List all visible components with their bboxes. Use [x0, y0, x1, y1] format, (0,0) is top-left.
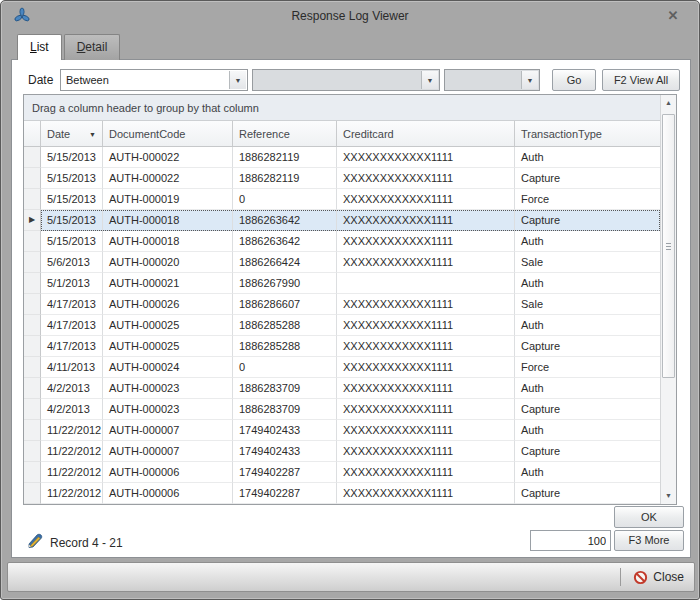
cell: AUTH-000023 [103, 378, 233, 399]
column-header-label: DocumentCode [109, 128, 185, 140]
response-log-grid: Drag a column header to group by that co… [23, 94, 677, 505]
table-row[interactable]: 5/15/2013AUTH-0000221886282119XXXXXXXXXX… [24, 168, 660, 189]
chevron-down-icon[interactable]: ▼ [521, 71, 538, 89]
table-row[interactable]: 5/15/2013AUTH-0000221886282119XXXXXXXXXX… [24, 147, 660, 168]
row-indicator-current: ▶ [24, 210, 41, 231]
table-row[interactable]: 4/11/2013AUTH-0000240XXXXXXXXXXXX1111For… [24, 357, 660, 378]
table-row[interactable]: 4/17/2013AUTH-0000251886285288XXXXXXXXXX… [24, 336, 660, 357]
cell: 11/22/2012 [41, 483, 103, 504]
column-header-transactiontype[interactable]: TransactionType [515, 121, 660, 146]
close-icon[interactable]: ✕ [663, 7, 683, 25]
group-by-panel[interactable]: Drag a column header to group by that co… [24, 95, 660, 121]
view-all-button[interactable]: F2 View All [602, 69, 680, 91]
scroll-up-icon[interactable]: ▲ [661, 95, 676, 111]
table-row[interactable]: 5/15/2013AUTH-0000190XXXXXXXXXXXX1111For… [24, 189, 660, 210]
cell: AUTH-000006 [103, 483, 233, 504]
table-row[interactable]: 4/2/2013AUTH-0000231886283709XXXXXXXXXXX… [24, 399, 660, 420]
date-from-value [253, 70, 439, 74]
close-button[interactable]: Close [633, 570, 684, 585]
cell: AUTH-000026 [103, 294, 233, 315]
cell: 5/15/2013 [41, 231, 103, 252]
table-row[interactable]: 4/17/2013AUTH-0000251886285288XXXXXXXXXX… [24, 315, 660, 336]
cell: AUTH-000018 [103, 210, 233, 231]
table-row[interactable]: 5/15/2013AUTH-0000181886263642XXXXXXXXXX… [24, 231, 660, 252]
date-from-dropdown[interactable]: ▼ [252, 69, 440, 91]
close-button-label: Close [653, 570, 684, 584]
cell: Auth [515, 378, 660, 399]
scroll-down-icon[interactable]: ▼ [661, 488, 676, 504]
column-header-creditcard[interactable]: Creditcard [337, 121, 515, 146]
row-indicator [24, 441, 41, 462]
cell: XXXXXXXXXXXX1111 [337, 420, 515, 441]
cell: AUTH-000007 [103, 441, 233, 462]
vertical-scrollbar[interactable]: ▲ ▼ [660, 95, 676, 504]
row-indicator [24, 420, 41, 441]
cell: 5/15/2013 [41, 189, 103, 210]
cell: 4/17/2013 [41, 294, 103, 315]
cell: XXXXXXXXXXXX1111 [337, 462, 515, 483]
row-indicator [24, 231, 41, 252]
cell: 1886285288 [233, 315, 337, 336]
cell: AUTH-000025 [103, 315, 233, 336]
row-indicator [24, 189, 41, 210]
statusbar-separator [620, 568, 621, 586]
row-indicator [24, 315, 41, 336]
ok-button[interactable]: OK [614, 506, 684, 528]
table-row[interactable]: 5/1/2013AUTH-0000211886267990Auth [24, 273, 660, 294]
cell: 1886282119 [233, 168, 337, 189]
table-row[interactable]: ▶5/15/2013AUTH-0000181886263642XXXXXXXXX… [24, 210, 660, 231]
cell: 4/2/2013 [41, 378, 103, 399]
tab-detail[interactable]: Detail [64, 34, 121, 60]
row-indicator [24, 462, 41, 483]
cell: AUTH-000025 [103, 336, 233, 357]
table-row[interactable]: 11/22/2012AUTH-0000061749402287XXXXXXXXX… [24, 462, 660, 483]
scrollbar-thumb[interactable] [662, 114, 675, 378]
more-button[interactable]: F3 More [614, 530, 684, 551]
cell: Capture [515, 441, 660, 462]
column-header-date[interactable]: Date▼ [41, 121, 103, 146]
table-row[interactable]: 11/22/2012AUTH-0000061749402287XXXXXXXXX… [24, 483, 660, 504]
cell: Capture [515, 399, 660, 420]
cell: AUTH-000024 [103, 357, 233, 378]
app-logo-icon [13, 7, 31, 25]
column-header-reference[interactable]: Reference [233, 121, 337, 146]
column-header-documentcode[interactable]: DocumentCode [103, 121, 233, 146]
cell: 1886267990 [233, 273, 337, 294]
tab-list[interactable]: List [17, 34, 62, 60]
cell: XXXXXXXXXXXX1111 [337, 210, 515, 231]
column-header-label: TransactionType [521, 128, 602, 140]
cell: AUTH-000023 [103, 399, 233, 420]
cell: XXXXXXXXXXXX1111 [337, 378, 515, 399]
grid-header-spacer [24, 121, 41, 146]
cell: XXXXXXXXXXXX1111 [337, 336, 515, 357]
cell: Auth [515, 273, 660, 294]
chevron-down-icon[interactable]: ▼ [421, 71, 438, 89]
table-row[interactable]: 11/22/2012AUTH-0000071749402433XXXXXXXXX… [24, 441, 660, 462]
cell: Sale [515, 294, 660, 315]
cell: 0 [233, 189, 337, 210]
cell [337, 273, 515, 294]
row-indicator [24, 483, 41, 504]
table-row[interactable]: 4/17/2013AUTH-0000261886286607XXXXXXXXXX… [24, 294, 660, 315]
go-button[interactable]: Go [552, 69, 596, 91]
cell: XXXXXXXXXXXX1111 [337, 168, 515, 189]
cell: 5/15/2013 [41, 210, 103, 231]
cell: 1749402287 [233, 462, 337, 483]
row-indicator [24, 336, 41, 357]
cell: 11/22/2012 [41, 441, 103, 462]
cell: 1749402433 [233, 420, 337, 441]
cell: Auth [515, 315, 660, 336]
page-size-input[interactable] [530, 530, 611, 551]
table-row[interactable]: 11/22/2012AUTH-0000071749402433XXXXXXXXX… [24, 420, 660, 441]
table-row[interactable]: 4/2/2013AUTH-0000231886283709XXXXXXXXXXX… [24, 378, 660, 399]
date-operator-dropdown[interactable]: Between ▼ [60, 69, 248, 91]
date-filter-label: Date [28, 73, 53, 87]
table-row[interactable]: 5/6/2013AUTH-0000201886266424XXXXXXXXXXX… [24, 252, 660, 273]
cell: XXXXXXXXXXXX1111 [337, 147, 515, 168]
cell: 4/17/2013 [41, 336, 103, 357]
cell: 1886263642 [233, 231, 337, 252]
title-bar: Response Log Viewer ✕ [1, 1, 699, 31]
date-to-dropdown[interactable]: ▼ [444, 69, 540, 91]
cell: 1886266424 [233, 252, 337, 273]
chevron-down-icon[interactable]: ▼ [229, 71, 246, 89]
